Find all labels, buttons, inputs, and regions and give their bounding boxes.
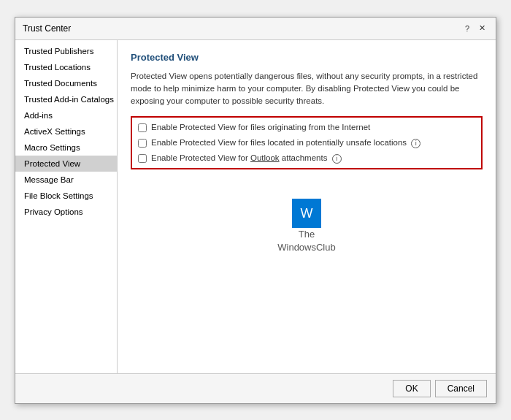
dialog-body: Trusted Publishers Trusted Locations Tru… (15, 40, 496, 373)
sidebar-item-message-bar[interactable]: Message Bar (15, 172, 117, 188)
sidebar-item-file-block-settings[interactable]: File Block Settings (15, 188, 117, 204)
protected-view-options: Enable Protected View for files originat… (131, 116, 483, 169)
ok-button[interactable]: OK (393, 380, 430, 397)
checkbox-unsafe-locations-label: Enable Protected View for files located … (151, 137, 420, 148)
sidebar-item-activex-settings[interactable]: ActiveX Settings (15, 123, 117, 140)
checkbox-outlook-before: Enable Protected View for (151, 153, 250, 162)
checkbox-row-outlook: Enable Protected View for Outlook attach… (138, 153, 475, 164)
sidebar-item-trusted-locations[interactable]: Trusted Locations (15, 59, 117, 75)
sidebar-item-protected-view[interactable]: Protected View (15, 156, 117, 172)
info-icon-outlook[interactable]: i (332, 154, 342, 164)
close-button[interactable]: ✕ (475, 22, 488, 35)
checkbox-internet[interactable] (138, 123, 147, 132)
svg-text:W: W (301, 206, 313, 221)
checkbox-unsafe-locations[interactable] (138, 139, 147, 148)
info-icon-unsafe-locations[interactable]: i (411, 139, 420, 148)
dialog-title: Trust Center (23, 23, 71, 34)
checkbox-row-internet: Enable Protected View for files originat… (138, 122, 475, 133)
sidebar-item-add-ins[interactable]: Add-ins (15, 107, 117, 123)
checkbox-outlook-after: attachments (280, 153, 328, 162)
sidebar-item-privacy-options[interactable]: Privacy Options (15, 204, 117, 220)
dialog-footer: OK Cancel (15, 373, 496, 403)
checkbox-outlook[interactable] (138, 154, 147, 163)
checkbox-row-unsafe-locations: Enable Protected View for files located … (138, 137, 475, 148)
trust-center-dialog: Trust Center ? ✕ Trusted Publishers Trus… (15, 17, 496, 404)
sidebar-item-trusted-documents[interactable]: Trusted Documents (15, 75, 117, 91)
sidebar-item-macro-settings[interactable]: Macro Settings (15, 140, 117, 156)
sidebar-item-trusted-add-in-catalogs[interactable]: Trusted Add-in Catalogs (15, 91, 117, 107)
outlook-link[interactable]: Outlook (250, 153, 280, 162)
watermark-logo: W (292, 199, 321, 228)
main-content: Protected View Protected View opens pote… (118, 40, 496, 373)
section-title: Protected View (131, 52, 483, 63)
watermark: W The WindowsClub (131, 199, 483, 254)
help-button[interactable]: ? (461, 22, 474, 35)
watermark-text: The WindowsClub (277, 228, 335, 254)
sidebar-item-trusted-publishers[interactable]: Trusted Publishers (15, 43, 117, 59)
sidebar: Trusted Publishers Trusted Locations Tru… (15, 40, 118, 373)
cancel-button[interactable]: Cancel (435, 380, 487, 397)
checkbox-internet-label: Enable Protected View for files originat… (151, 122, 370, 133)
checkbox-outlook-label: Enable Protected View for Outlook attach… (151, 153, 342, 164)
section-description: Protected View opens potentially dangero… (131, 70, 483, 108)
title-bar: Trust Center ? ✕ (15, 18, 496, 40)
title-bar-controls: ? ✕ (461, 22, 488, 35)
